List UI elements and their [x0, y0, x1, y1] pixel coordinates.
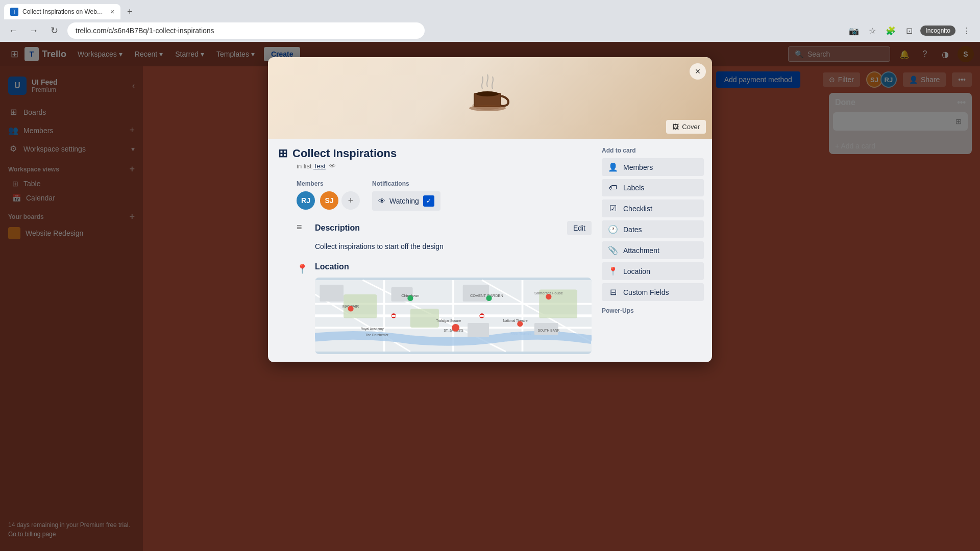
modal-overlay[interactable]: 🖼 Cover × ⊞ Collect Inspirations in list…	[0, 42, 980, 551]
tab-favicon: T	[10, 8, 18, 16]
notifications-section: Notifications 👁 Watching ✓	[372, 180, 592, 211]
card-modal-title-row: ⊞ Collect Inspirations	[278, 147, 592, 160]
power-ups-title: Power-Ups	[602, 307, 704, 314]
svg-text:The Dorchester: The Dorchester	[365, 333, 389, 337]
map-container[interactable]: MAYFAIR Chinatown COVENT GARDEN Somerset…	[315, 278, 592, 354]
card-title-icon: ⊞	[278, 147, 287, 160]
add-checklist-button[interactable]: ☑ Checklist	[602, 199, 704, 217]
browser-chrome: T Collect Inspirations on Website R... ×…	[0, 0, 980, 42]
svg-rect-41	[480, 315, 483, 317]
svg-text:SOUTH BANK: SOUTH BANK	[538, 329, 560, 332]
add-to-card-title: Add to card	[602, 147, 704, 154]
location-header: Location	[315, 262, 592, 271]
tab-close-button[interactable]: ×	[110, 8, 114, 16]
member-avatar-rj[interactable]: RJ	[297, 191, 315, 210]
add-member-button[interactable]: +	[341, 191, 360, 210]
add-location-label: Location	[623, 267, 650, 276]
back-button[interactable]: ←	[6, 23, 20, 38]
forward-button[interactable]: →	[27, 23, 41, 38]
svg-point-3	[469, 105, 506, 111]
svg-point-37	[486, 295, 492, 301]
add-checklist-label: Checklist	[623, 205, 652, 213]
eye-icon: 👁	[378, 197, 385, 205]
location-section: 📍 Location	[297, 262, 592, 354]
label-icon: 🏷	[608, 183, 618, 192]
modal-main: ⊞ Collect Inspirations in list Test 👁 Me…	[297, 147, 592, 354]
add-attachment-button[interactable]: 📎 Attachment	[602, 241, 704, 259]
svg-point-39	[517, 321, 523, 327]
tab-bar: T Collect Inspirations on Website R... ×…	[0, 0, 980, 19]
address-bar: ← → ↻ 📷 ☆ 🧩 ⊡ Incognito ⋮	[0, 19, 980, 42]
description-section: ≡ Description Edit Collect inspirations …	[297, 221, 592, 262]
custom-fields-icon: ⊟	[608, 287, 618, 297]
svg-text:National Theatre: National Theatre	[503, 319, 528, 322]
svg-rect-43	[391, 315, 395, 317]
cover-icon: 🖼	[672, 123, 679, 131]
svg-rect-18	[320, 285, 344, 302]
checklist-icon: ☑	[608, 204, 618, 213]
active-tab[interactable]: T Collect Inspirations on Website R... ×	[4, 4, 120, 19]
tab-title: Collect Inspirations on Website R...	[22, 8, 104, 15]
add-dates-label: Dates	[623, 226, 642, 234]
location-icon-col: 📍	[297, 262, 310, 274]
watching-label: Watching	[389, 197, 419, 205]
location-content: Location	[315, 262, 592, 354]
description-icon-col: ≡	[297, 221, 310, 233]
clock-icon: 🕐	[608, 224, 618, 234]
add-members-button[interactable]: 👤 Members	[602, 158, 704, 176]
notifications-label: Notifications	[372, 180, 592, 187]
member-avatar-sj[interactable]: SJ	[320, 191, 338, 210]
menu-icon[interactable]: ⋮	[960, 23, 974, 38]
add-members-label: Members	[623, 163, 653, 171]
modal-close-button[interactable]: ×	[690, 63, 706, 80]
location-title: Location	[315, 262, 349, 271]
watching-button[interactable]: 👁 Watching ✓	[372, 191, 440, 211]
cover-button[interactable]: 🖼 Cover	[666, 120, 706, 134]
address-input[interactable]	[67, 22, 425, 39]
incognito-badge: Incognito	[920, 26, 955, 36]
add-custom-fields-label: Custom Fields	[623, 288, 669, 296]
add-labels-label: Labels	[623, 184, 644, 192]
card-title-text: Collect Inspirations	[292, 147, 397, 160]
description-title: Description	[315, 223, 563, 233]
members-label: Members	[297, 180, 360, 187]
svg-point-36	[452, 324, 459, 332]
cover-label: Cover	[682, 123, 700, 131]
svg-point-4	[476, 91, 499, 96]
add-location-button[interactable]: 📍 Location	[602, 262, 704, 280]
svg-text:Trafalgar Square: Trafalgar Square	[436, 319, 461, 323]
attachment-icon: 📎	[608, 245, 618, 255]
svg-text:River Thames: River Thames	[510, 332, 531, 335]
add-labels-button[interactable]: 🏷 Labels	[602, 179, 704, 196]
members-section: Members RJ SJ +	[297, 180, 360, 210]
location-pin-icon: 📍	[297, 264, 308, 274]
camera-off-icon[interactable]: 📷	[847, 23, 861, 38]
description-content: Description Edit Collect inspirations to…	[315, 221, 592, 262]
card-modal: 🖼 Cover × ⊞ Collect Inspirations in list…	[268, 57, 712, 362]
modal-cover: 🖼 Cover ×	[268, 57, 712, 139]
new-tab-button[interactable]: +	[122, 5, 137, 19]
split-screen-icon[interactable]: ⊡	[902, 23, 916, 38]
svg-point-35	[407, 295, 413, 301]
location-icon: 📍	[608, 266, 618, 276]
bookmark-icon[interactable]: ☆	[865, 23, 879, 38]
svg-point-34	[348, 306, 353, 311]
person-icon: 👤	[608, 162, 618, 172]
svg-text:Royal Academy: Royal Academy	[360, 327, 384, 331]
description-icon: ≡	[297, 222, 302, 232]
reload-button[interactable]: ↻	[47, 23, 61, 38]
extensions-icon[interactable]: 🧩	[884, 23, 898, 38]
modal-member-avatars: RJ SJ +	[297, 191, 360, 210]
modal-sidebar-right: Add to card 👤 Members 🏷 Labels ☑ Checkli…	[602, 147, 704, 354]
edit-description-button[interactable]: Edit	[567, 221, 592, 235]
add-dates-button[interactable]: 🕐 Dates	[602, 220, 704, 238]
description-text: Collect inspirations to start off the de…	[315, 241, 592, 252]
map-svg: MAYFAIR Chinatown COVENT GARDEN Somerset…	[315, 278, 592, 354]
svg-rect-22	[468, 323, 489, 337]
modal-body: ⊞ Collect Inspirations in list Test 👁 Me…	[268, 139, 712, 362]
add-custom-fields-button[interactable]: ⊟ Custom Fields	[602, 283, 704, 301]
svg-rect-16	[410, 309, 439, 328]
list-name-link[interactable]: Test	[313, 162, 326, 170]
description-header: Description Edit	[315, 221, 592, 235]
svg-point-38	[546, 294, 551, 299]
